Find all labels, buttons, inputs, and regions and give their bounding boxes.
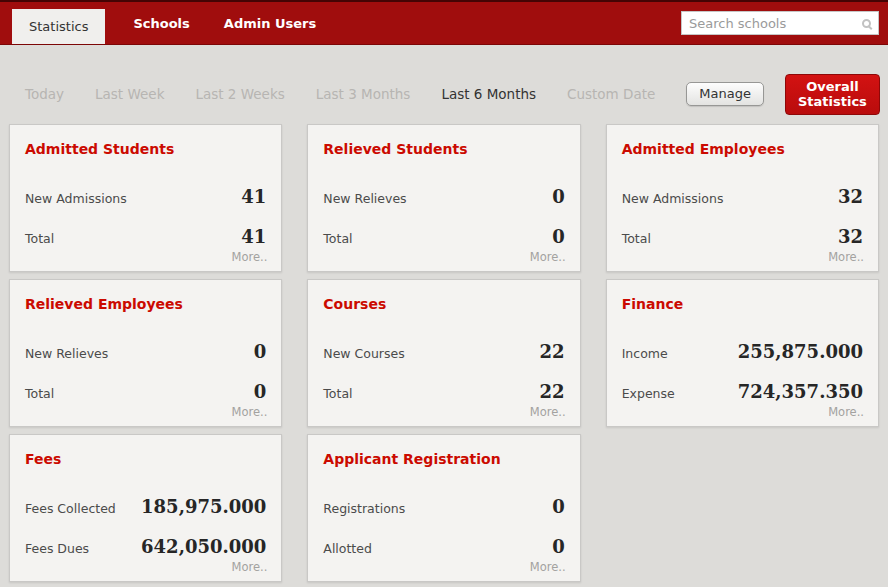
more-link[interactable]: More..: [232, 560, 268, 574]
stat-label: Expense: [622, 386, 675, 401]
stat-value: 32: [838, 226, 863, 247]
stat-value: 0: [552, 186, 565, 207]
stat-value: 0: [552, 536, 565, 557]
stat-value: 0: [552, 226, 565, 247]
stat-row: Income 255,875.000: [622, 341, 863, 362]
card-title: Finance: [622, 296, 863, 312]
card-title: Fees: [25, 451, 266, 467]
stat-label: Income: [622, 346, 668, 361]
stat-value: 0: [254, 341, 267, 362]
filter-last-6-months[interactable]: Last 6 Months: [441, 86, 536, 102]
stat-label: New Courses: [323, 346, 404, 361]
stat-row: Registrations 0: [323, 496, 564, 517]
stat-row: Total 0: [323, 226, 564, 247]
stat-row: Total 41: [25, 226, 266, 247]
card-title: Admitted Students: [25, 141, 266, 157]
filter-bar: Today Last Week Last 2 Weeks Last 3 Mont…: [0, 81, 888, 107]
stat-label: New Admissions: [25, 191, 127, 206]
stat-row: Total 22: [323, 381, 564, 402]
tab-admin-users[interactable]: Admin Users: [224, 16, 316, 31]
stat-row: New Courses 22: [323, 341, 564, 362]
stat-value: 41: [241, 226, 266, 247]
stat-label: Registrations: [323, 501, 405, 516]
more-link[interactable]: More..: [530, 560, 566, 574]
manage-button[interactable]: Manage: [686, 82, 764, 106]
more-link[interactable]: More..: [828, 405, 864, 419]
stat-value: 642,050.000: [141, 536, 266, 557]
search-input[interactable]: [689, 16, 862, 31]
card-applicant-registration: Applicant Registration Registrations 0 A…: [307, 434, 580, 582]
stat-label: Fees Collected: [25, 501, 116, 516]
stat-value: 32: [838, 186, 863, 207]
stat-label: Allotted: [323, 541, 372, 556]
card-title: Relieved Employees: [25, 296, 266, 312]
cards-grid: Admitted Students New Admissions 41 Tota…: [0, 124, 888, 582]
filter-today[interactable]: Today: [25, 86, 64, 102]
stat-row: New Admissions 32: [622, 186, 863, 207]
card-admitted-employees: Admitted Employees New Admissions 32 Tot…: [606, 124, 879, 272]
stat-label: Fees Dues: [25, 541, 89, 556]
stat-row: Expense 724,357.350: [622, 381, 863, 402]
card-relieved-students: Relieved Students New Relieves 0 Total 0…: [307, 124, 580, 272]
more-link[interactable]: More..: [232, 250, 268, 264]
card-finance: Finance Income 255,875.000 Expense 724,3…: [606, 279, 879, 427]
overall-statistics-button[interactable]: Overall Statistics: [785, 74, 880, 115]
stat-label: Total: [25, 386, 54, 401]
stat-row: New Relieves 0: [323, 186, 564, 207]
more-link[interactable]: More..: [828, 250, 864, 264]
stat-row: Total 32: [622, 226, 863, 247]
stat-value: 724,357.350: [738, 381, 863, 402]
stat-value: 255,875.000: [738, 341, 863, 362]
top-nav: Statistics Schools Admin Users: [0, 0, 888, 45]
card-courses: Courses New Courses 22 Total 22 More..: [307, 279, 580, 427]
card-title: Admitted Employees: [622, 141, 863, 157]
stat-label: Total: [323, 231, 352, 246]
stat-row: Total 0: [25, 381, 266, 402]
card-admitted-students: Admitted Students New Admissions 41 Tota…: [9, 124, 282, 272]
stat-row: Fees Collected 185,975.000: [25, 496, 266, 517]
card-title: Courses: [323, 296, 564, 312]
search-icon[interactable]: [862, 19, 871, 28]
tab-statistics[interactable]: Statistics: [12, 9, 105, 44]
stat-row: New Relieves 0: [25, 341, 266, 362]
stat-row: New Admissions 41: [25, 186, 266, 207]
filter-custom-date[interactable]: Custom Date: [567, 86, 655, 102]
search-box: [681, 11, 879, 35]
stat-value: 185,975.000: [141, 496, 266, 517]
stat-row: Allotted 0: [323, 536, 564, 557]
stat-label: Total: [622, 231, 651, 246]
stat-row: Fees Dues 642,050.000: [25, 536, 266, 557]
stat-label: New Relieves: [323, 191, 406, 206]
stat-value: 22: [540, 381, 565, 402]
filter-last-2-weeks[interactable]: Last 2 Weeks: [195, 86, 284, 102]
more-link[interactable]: More..: [232, 405, 268, 419]
stat-label: New Admissions: [622, 191, 724, 206]
tab-schools[interactable]: Schools: [133, 16, 189, 31]
stat-value: 0: [254, 381, 267, 402]
card-relieved-employees: Relieved Employees New Relieves 0 Total …: [9, 279, 282, 427]
stat-label: New Relieves: [25, 346, 108, 361]
stat-value: 41: [241, 186, 266, 207]
more-link[interactable]: More..: [530, 250, 566, 264]
filter-last-3-months[interactable]: Last 3 Months: [316, 86, 411, 102]
card-title: Applicant Registration: [323, 451, 564, 467]
filter-last-week[interactable]: Last Week: [95, 86, 164, 102]
card-fees: Fees Fees Collected 185,975.000 Fees Due…: [9, 434, 282, 582]
card-title: Relieved Students: [323, 141, 564, 157]
more-link[interactable]: More..: [530, 405, 566, 419]
stat-value: 0: [552, 496, 565, 517]
stat-label: Total: [25, 231, 54, 246]
stat-label: Total: [323, 386, 352, 401]
stat-value: 22: [540, 341, 565, 362]
tab-statistics-label: Statistics: [29, 19, 88, 34]
